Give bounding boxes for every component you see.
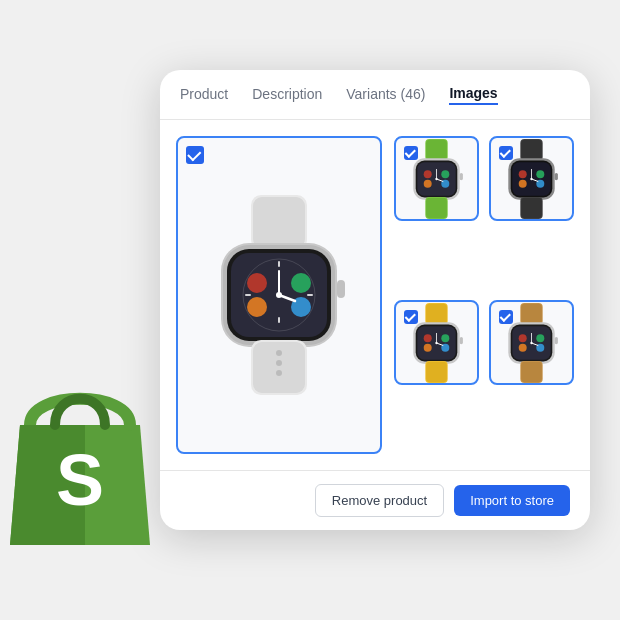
- svg-point-26: [276, 370, 282, 376]
- thumbnail-3[interactable]: [394, 300, 479, 385]
- main-image-container[interactable]: [176, 136, 382, 454]
- svg-point-79: [519, 343, 527, 351]
- svg-point-32: [424, 170, 432, 178]
- shopify-bag: S: [0, 370, 160, 550]
- svg-rect-69: [460, 337, 463, 344]
- svg-rect-12: [245, 294, 251, 296]
- thumbnail-2[interactable]: [489, 136, 574, 221]
- svg-point-49: [519, 179, 527, 187]
- svg-point-33: [441, 170, 449, 178]
- main-watch-image: [189, 195, 369, 395]
- svg-point-62: [424, 334, 432, 342]
- svg-point-77: [519, 334, 527, 342]
- thumb1-checkbox[interactable]: [404, 146, 418, 160]
- svg-point-48: [536, 170, 544, 178]
- svg-rect-71: [426, 361, 447, 381]
- svg-point-20: [276, 292, 282, 298]
- thumbnail-4[interactable]: [489, 300, 574, 385]
- svg-rect-73: [521, 303, 542, 323]
- svg-rect-23: [253, 342, 305, 393]
- svg-point-38: [435, 177, 437, 179]
- svg-rect-54: [555, 173, 558, 180]
- thumbnails-grid: [394, 136, 574, 454]
- svg-rect-39: [460, 173, 463, 180]
- svg-point-47: [519, 170, 527, 178]
- import-to-store-button[interactable]: Import to store: [454, 485, 570, 516]
- svg-rect-13: [307, 294, 313, 296]
- tab-images[interactable]: Images: [449, 85, 497, 105]
- thumbnail-1[interactable]: [394, 136, 479, 221]
- svg-rect-56: [521, 197, 542, 217]
- tab-description[interactable]: Description: [252, 86, 322, 104]
- svg-point-25: [276, 360, 282, 366]
- svg-point-16: [247, 297, 267, 317]
- svg-point-34: [424, 179, 432, 187]
- svg-point-68: [435, 341, 437, 343]
- svg-point-78: [536, 334, 544, 342]
- svg-point-83: [530, 341, 532, 343]
- svg-rect-4: [253, 197, 305, 248]
- svg-point-14: [247, 273, 267, 293]
- content-area: [160, 120, 590, 470]
- tabs: Product Description Variants (46) Images: [160, 70, 590, 120]
- svg-rect-41: [426, 197, 447, 217]
- thumb2-checkbox[interactable]: [499, 146, 513, 160]
- svg-rect-11: [278, 317, 280, 323]
- svg-point-64: [424, 343, 432, 351]
- svg-rect-58: [426, 303, 447, 323]
- thumb3-checkbox[interactable]: [404, 310, 418, 324]
- scene: S Product Description Variants (46) Imag…: [30, 50, 590, 570]
- footer: Remove product Import to store: [160, 470, 590, 530]
- svg-text:S: S: [56, 440, 104, 520]
- svg-rect-10: [278, 261, 280, 267]
- thumb4-checkbox[interactable]: [499, 310, 513, 324]
- svg-point-63: [441, 334, 449, 342]
- svg-point-15: [291, 273, 311, 293]
- tablet: Product Description Variants (46) Images: [160, 70, 590, 530]
- tab-variants[interactable]: Variants (46): [346, 86, 425, 104]
- svg-point-24: [276, 350, 282, 356]
- svg-rect-21: [337, 280, 345, 298]
- svg-rect-86: [521, 361, 542, 381]
- remove-product-button[interactable]: Remove product: [315, 484, 444, 517]
- svg-rect-43: [521, 139, 542, 159]
- tab-product[interactable]: Product: [180, 86, 228, 104]
- svg-rect-84: [555, 337, 558, 344]
- svg-point-53: [530, 177, 532, 179]
- svg-rect-28: [426, 139, 447, 159]
- main-image-checkbox[interactable]: [186, 146, 204, 164]
